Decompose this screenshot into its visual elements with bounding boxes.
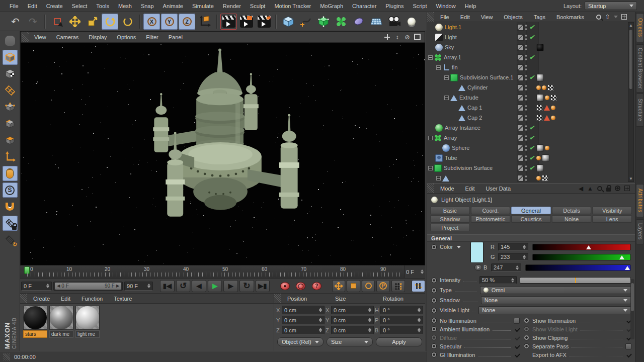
visibility-dots[interactable]	[525, 34, 527, 41]
keyframe-radio[interactable]	[431, 298, 437, 303]
menu-snap[interactable]: Snap	[136, 3, 158, 9]
enabled-check-icon[interactable]: ✔	[528, 134, 535, 141]
search-icon[interactable]	[596, 15, 601, 20]
rotation-h-field[interactable]: 0 °	[380, 306, 423, 314]
blue-gradient-slider[interactable]	[525, 264, 631, 271]
next-key-button[interactable]: ↻	[239, 280, 254, 292]
row-sds1[interactable]: Subdivision Surface.1✔	[427, 72, 635, 82]
smoothing-tag[interactable]	[551, 106, 555, 110]
viewport-canvas[interactable]	[21, 43, 425, 265]
search-icon[interactable]	[597, 186, 602, 191]
color-swatch[interactable]	[470, 242, 484, 263]
scroll-down-icon[interactable]: ▼	[628, 176, 633, 182]
visibility-dots[interactable]	[525, 24, 527, 31]
path-up-icon[interactable]: ⇧	[605, 13, 610, 21]
last-tool-button[interactable]	[119, 14, 136, 30]
previous-frame-button[interactable]: ◀	[192, 280, 206, 292]
menu-render[interactable]: Render	[218, 3, 246, 9]
material-tag[interactable]	[536, 44, 544, 51]
viewport-menu-cameras[interactable]: Cameras	[52, 34, 84, 40]
texture-mode-button[interactable]	[3, 66, 18, 81]
visibility-dots[interactable]	[525, 105, 527, 111]
row-cap1[interactable]: Cap 1	[427, 103, 635, 113]
undo-button[interactable]: ↶	[7, 14, 24, 30]
layer-tag[interactable]	[517, 175, 524, 182]
row-cylinder[interactable]: Cylinder	[427, 82, 635, 93]
row-tube[interactable]: Tube✔	[427, 153, 635, 163]
points-mode-button[interactable]	[3, 100, 18, 115]
row-array1[interactable]: Array.1✔	[427, 52, 635, 62]
history-back-icon[interactable]: ◀	[579, 185, 583, 192]
size-z-field[interactable]: 0 cm	[331, 326, 374, 334]
protection-tag[interactable]	[536, 85, 541, 90]
panel-grip[interactable]	[20, 294, 27, 303]
keyframe-radio[interactable]	[524, 343, 529, 349]
enabled-check-icon[interactable]: ✔	[528, 54, 535, 61]
magnet-snap-button[interactable]	[3, 199, 18, 214]
menu-motion-tracker[interactable]: Motion Tracker	[270, 3, 315, 9]
position-z-field[interactable]: 0 cm	[282, 326, 325, 334]
menu-select[interactable]: Select	[67, 3, 92, 9]
visibility-dots[interactable]	[525, 125, 527, 131]
menu-plugins[interactable]: Plugins	[381, 3, 408, 9]
slider-marker-icon[interactable]	[575, 278, 576, 283]
smoothing-tag[interactable]	[545, 96, 549, 100]
keyframe-radio[interactable]	[431, 343, 437, 349]
tab-photometric[interactable]: Photometric	[471, 215, 511, 223]
add-view-icon[interactable]	[621, 14, 627, 20]
om-menu-edit[interactable]: Edit	[455, 14, 475, 20]
layer-tag[interactable]	[517, 34, 524, 41]
visible-light-dropdown[interactable]: None	[478, 306, 631, 314]
visibility-dots[interactable]	[525, 135, 527, 141]
workplane-lock-button[interactable]	[3, 216, 18, 231]
layer-tag[interactable]	[517, 54, 524, 61]
material-tag[interactable]	[542, 154, 549, 162]
z-axis-lock-button[interactable]: Z	[179, 14, 195, 30]
menu-tools[interactable]: Tools	[92, 3, 114, 9]
layer-tag[interactable]	[517, 95, 524, 101]
redo-button[interactable]: ↷	[25, 14, 41, 30]
size-x-field[interactable]: 0 cm	[331, 306, 374, 314]
keyframe-radio[interactable]	[524, 318, 529, 323]
expand-color-button[interactable]	[474, 264, 482, 270]
visibility-dots[interactable]	[525, 145, 527, 151]
menu-sculpt[interactable]: Sculpt	[246, 3, 270, 9]
menu-file[interactable]: File	[5, 3, 23, 9]
row-array-instance[interactable]: Array Instance✔	[427, 123, 635, 133]
intensity-slider[interactable]	[520, 277, 631, 284]
scroll-thumb[interactable]	[631, 283, 634, 311]
frame-spinner-field[interactable]: 0 F	[404, 265, 425, 278]
toggle-view-icon[interactable]	[414, 34, 421, 40]
rotation-p-field[interactable]: 0 °	[380, 316, 423, 324]
om-menu-file[interactable]: File	[435, 14, 454, 20]
scale-tool-button[interactable]	[84, 14, 101, 30]
range-right-arrow-icon[interactable]: ▶	[116, 284, 119, 288]
render-view-button[interactable]	[220, 14, 237, 30]
x-axis-lock-button[interactable]: X	[143, 14, 160, 30]
channel-r-field[interactable]: 145	[498, 243, 528, 251]
key-rotation-button[interactable]	[362, 280, 375, 292]
tab-coord[interactable]: Coord.	[471, 207, 511, 214]
material-stars[interactable]: stars	[23, 306, 47, 338]
apply-button[interactable]: Apply	[376, 337, 422, 346]
red-gradient-slider[interactable]	[532, 244, 631, 250]
tab-content-browser[interactable]: Content Browser	[636, 44, 644, 93]
material-menu-function[interactable]: Function	[76, 296, 108, 302]
visibility-dots[interactable]	[525, 155, 527, 161]
autokey-button[interactable]: ◯	[294, 280, 308, 292]
layout-dropdown[interactable]: Startup	[585, 2, 637, 10]
menu-animate[interactable]: Animate	[158, 3, 188, 9]
expand-icon[interactable]	[428, 136, 433, 140]
tab-shadow[interactable]: Shadow	[430, 215, 470, 223]
keyframe-radio[interactable]	[431, 326, 437, 332]
panel-grip[interactable]	[427, 184, 434, 193]
om-menu-view[interactable]: View	[476, 14, 498, 20]
menu-simulate[interactable]: Simulate	[188, 3, 218, 9]
menu-script[interactable]: Script	[408, 3, 431, 9]
key-scale-button[interactable]	[347, 280, 360, 292]
material-menu-edit[interactable]: Edit	[56, 296, 75, 302]
range-left-arrow-icon[interactable]: ◀	[57, 284, 60, 288]
slider-marker-icon[interactable]	[619, 255, 624, 259]
menu-create[interactable]: Create	[42, 3, 67, 9]
light-button[interactable]	[403, 14, 420, 30]
